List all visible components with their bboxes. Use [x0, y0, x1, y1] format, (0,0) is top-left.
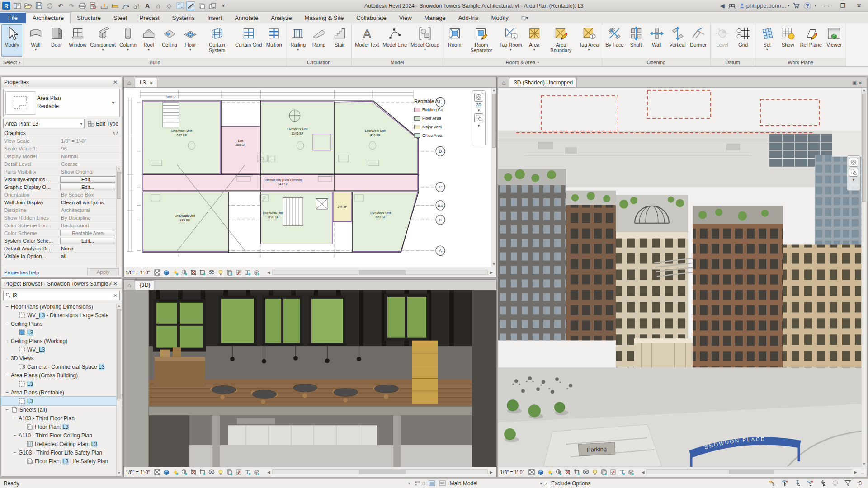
instance-selector[interactable]: Area Plan: L3▾	[3, 119, 85, 128]
property-row-show-hidden-lines[interactable]: Show Hidden LinesBy Discipline	[1, 214, 122, 222]
properties-help-link[interactable]: Properties help	[4, 270, 39, 275]
tree-item-ceiling-plans[interactable]: −Ceiling Plans	[1, 319, 122, 328]
room-tool[interactable]: Room	[444, 24, 465, 57]
tab-architecture[interactable]: Architecture	[26, 12, 71, 23]
section-icon[interactable]	[175, 1, 184, 10]
property-button-visibility-graphics[interactable]: Edit...	[60, 176, 115, 183]
tree-item-sheets-all[interactable]: −Sheets (all)	[1, 405, 122, 414]
ribbon-collapse-toggle[interactable]: ▢▾	[521, 15, 528, 23]
scale-control[interactable]: 1/8" = 1'-0"	[500, 469, 524, 475]
steering-wheel-icon[interactable]	[849, 158, 858, 167]
set-tool[interactable]: Set▾	[757, 24, 778, 57]
tab-steel[interactable]: Steel	[107, 13, 133, 23]
temporary-hide-icon[interactable]	[208, 469, 216, 476]
roof-tool[interactable]: Roof▾	[138, 24, 159, 57]
panel-label-datum[interactable]: Datum	[711, 58, 755, 66]
tag-icon[interactable]: ⌉	[132, 1, 141, 10]
panel-label-select[interactable]: Select▾	[0, 58, 24, 66]
worksets-dropdown-icon[interactable]: ▾	[408, 481, 410, 486]
property-button-graphic-display-o[interactable]: Edit...	[60, 184, 115, 190]
editing-requests-icon[interactable]: :0	[414, 480, 425, 486]
render-icon[interactable]: ◇	[165, 1, 174, 10]
tab-systems[interactable]: Systems	[166, 13, 201, 23]
component-tool[interactable]: Component▾	[88, 24, 118, 57]
property-row-display-model[interactable]: Display ModelNormal	[1, 153, 122, 160]
tree-item-3d-views[interactable]: −3D Views	[1, 354, 122, 362]
panel-label-circulation[interactable]: Circulation	[286, 58, 351, 66]
vertical-tool[interactable]: Vertical	[667, 24, 688, 57]
dropdown-arrow-icon[interactable]: ▾	[533, 48, 535, 52]
spline-icon[interactable]	[121, 1, 130, 10]
home-icon[interactable]: ⌂	[498, 79, 509, 87]
temporary-hide-icon[interactable]	[208, 269, 216, 276]
print-preview-icon[interactable]	[89, 1, 98, 10]
tree-item-wv-l3[interactable]: WV_L3	[1, 345, 122, 354]
visual-style-icon[interactable]	[163, 269, 170, 276]
tag-room-tool[interactable]: 1Tag Room▾	[498, 24, 524, 57]
worksets-list-icon[interactable]	[429, 480, 435, 486]
shadows-icon[interactable]	[555, 469, 563, 476]
apply-button[interactable]: Apply	[87, 268, 119, 276]
thin-lines-icon[interactable]	[186, 1, 195, 10]
panel-label-work-plane[interactable]: Work Plane	[755, 58, 846, 66]
show-crop-icon[interactable]	[199, 269, 207, 276]
select-underlay-icon[interactable]	[781, 480, 789, 487]
window-tool[interactable]: Window	[67, 24, 88, 57]
home-icon[interactable]: ⌂	[124, 79, 135, 87]
dormer-tool[interactable]: Dormer	[688, 24, 709, 57]
type-selector[interactable]: Area Plan Rentable ▾	[3, 89, 120, 117]
close-button[interactable]: ✕	[853, 2, 865, 9]
property-row-orientation[interactable]: OrientationBy Scope Box	[1, 191, 122, 199]
room-separator-tool[interactable]: Room Separator	[465, 24, 498, 57]
tree-item-camera-commercial-space-l3[interactable]: Camera - Commercial Space L3	[1, 362, 122, 371]
property-row-detail-level[interactable]: Detail LevelCoarse	[1, 160, 122, 168]
user-account-button[interactable]: philippe.bonn... ▾	[739, 2, 789, 9]
tree-item-ceiling-plans-working[interactable]: −Ceiling Plans (Working)	[1, 337, 122, 345]
dropdown-arrow-icon[interactable]: ▾	[297, 48, 299, 52]
scroll-left-icon[interactable]: ◀	[640, 470, 646, 474]
column-tool[interactable]: Column▾	[118, 24, 138, 57]
save-icon[interactable]	[34, 1, 43, 10]
mullion-tool[interactable]: Mullion	[264, 24, 284, 57]
horizontal-scrollbar[interactable]	[272, 469, 488, 474]
print-icon[interactable]	[78, 1, 87, 10]
curtain-grid-tool[interactable]: Curtain Grid	[233, 24, 264, 57]
property-row-discipline[interactable]: DisciplineArchitectural	[1, 206, 122, 214]
worksharing-display-icon[interactable]	[253, 269, 261, 276]
redo-icon[interactable]: ↷	[67, 1, 76, 10]
wall-tool[interactable]: Wall	[646, 24, 667, 57]
curtain-system-tool[interactable]: Curtain System	[201, 24, 233, 57]
property-row-visible-in-option[interactable]: Visible In Option...all	[1, 253, 122, 260]
filter-icon[interactable]	[844, 480, 853, 487]
view-tab-l3[interactable]: L3✕	[135, 78, 157, 87]
railing-tool[interactable]: Railing▾	[288, 24, 308, 57]
type-selector-dropdown-icon[interactable]: ▾	[112, 89, 119, 117]
worksharing-display-icon[interactable]	[627, 469, 635, 476]
dropdown-arrow-icon[interactable]: ▾	[102, 48, 104, 52]
reveal-constraints-icon[interactable]	[244, 269, 252, 276]
tab-analyze[interactable]: Analyze	[264, 13, 298, 23]
navigation-bar[interactable]: ▾	[847, 155, 860, 191]
select-links-icon[interactable]	[769, 480, 777, 487]
sync-icon[interactable]	[45, 1, 54, 10]
sun-path-icon[interactable]	[546, 469, 554, 476]
worksharing-display-icon[interactable]	[253, 469, 261, 476]
zoom-dropdown-icon[interactable]: ▾	[478, 123, 480, 128]
scroll-right-icon[interactable]: ▶	[852, 470, 859, 474]
tree-item-l3[interactable]: L3	[1, 328, 122, 337]
tree-item-floor-plans-working-dimensions[interactable]: −Floor Plans (Working Dimensions)	[1, 302, 122, 311]
scale-control[interactable]: 1/8" = 1'-0"	[126, 270, 150, 275]
tree-item-area-plans-gross-building[interactable]: −Area Plans (Gross Building)	[1, 371, 122, 380]
design-options-icon[interactable]	[439, 480, 446, 486]
property-row-graphic-display-o[interactable]: Graphic Display O...Edit...	[1, 183, 122, 191]
tab-collaborate[interactable]: Collaborate	[350, 13, 393, 23]
customize-icon[interactable]: ▾̅	[219, 1, 228, 10]
horizontal-scrollbar[interactable]	[272, 270, 488, 275]
scroll-right-icon[interactable]: ▶	[488, 270, 495, 275]
property-row-default-analysis-di[interactable]: Default Analysis Di...None	[1, 245, 122, 253]
view-window-buttons[interactable]: ▣✕	[852, 80, 867, 87]
tree-expander-icon[interactable]: −	[5, 356, 9, 361]
dropdown-arrow-icon[interactable]: ▾	[148, 48, 150, 52]
minimize-button[interactable]: —	[820, 2, 833, 9]
tree-item-wv-l3-dimensions-large-scale[interactable]: WV_L3 - Dimensions Large Scale	[1, 311, 122, 319]
